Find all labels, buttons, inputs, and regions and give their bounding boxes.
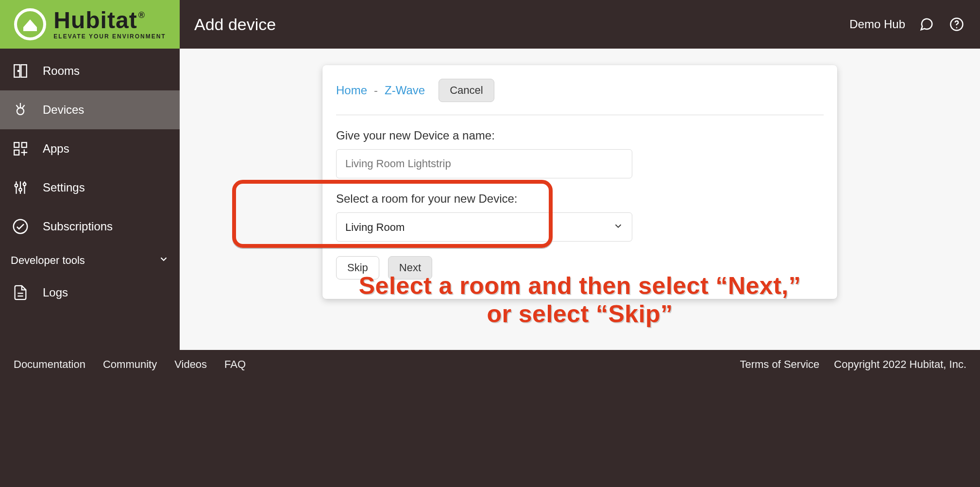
room-select-label: Select a room for your new Device:: [336, 192, 824, 206]
devices-icon: [11, 102, 30, 118]
topbar: Hubitat® ELEVATE YOUR ENVIRONMENT Add de…: [0, 0, 980, 49]
svg-point-21: [14, 220, 27, 233]
breadcrumb-home[interactable]: Home: [336, 84, 367, 97]
brand-tagline: ELEVATE YOUR ENVIRONMENT: [53, 33, 166, 40]
breadcrumb-sep: -: [374, 84, 378, 97]
sidebar-item-label: Apps: [43, 142, 69, 156]
svg-point-2: [956, 27, 958, 29]
footer-link-videos[interactable]: Videos: [174, 358, 207, 371]
svg-rect-12: [14, 150, 19, 155]
svg-line-8: [17, 105, 18, 108]
divider: [336, 115, 824, 115]
logo-icon: [14, 8, 47, 41]
svg-rect-4: [21, 65, 26, 77]
chat-icon[interactable]: [918, 16, 935, 33]
footer-link-documentation[interactable]: Documentation: [14, 358, 85, 371]
svg-rect-10: [14, 142, 19, 147]
annotation-text: Select a room and then select “Next,” or…: [359, 272, 801, 328]
svg-point-20: [23, 183, 26, 186]
sidebar-item-label: Rooms: [43, 64, 80, 78]
sidebar-item-devices[interactable]: Devices: [0, 90, 180, 129]
breadcrumb: Home - Z-Wave Cancel: [336, 79, 824, 102]
settings-icon: [11, 179, 30, 196]
brand-name: Hubitat®: [53, 9, 144, 32]
svg-point-19: [19, 188, 22, 191]
sidebar-item-label: Devices: [43, 103, 84, 117]
footer-link-faq[interactable]: FAQ: [224, 358, 246, 371]
sidebar-item-logs[interactable]: Logs: [0, 275, 180, 310]
sidebar-item-apps[interactable]: Apps: [0, 129, 180, 168]
svg-point-5: [18, 70, 19, 71]
sidebar-item-label: Logs: [43, 286, 68, 299]
device-name-label: Give your new Device a name:: [336, 129, 824, 142]
breadcrumb-zwave[interactable]: Z-Wave: [385, 84, 425, 97]
device-name-input[interactable]: [336, 149, 632, 178]
svg-point-18: [15, 184, 18, 187]
sidebar: Rooms Devices Apps Settings: [0, 49, 180, 350]
sidebar-item-rooms[interactable]: Rooms: [0, 52, 180, 90]
sidebar-item-settings[interactable]: Settings: [0, 168, 180, 207]
help-icon[interactable]: [948, 16, 965, 33]
footer-copyright: Copyright 2022 Hubitat, Inc.: [834, 358, 966, 371]
apps-icon: [11, 140, 30, 157]
sidebar-group-label: Developer tools: [11, 254, 85, 267]
svg-rect-11: [22, 142, 27, 147]
hub-name[interactable]: Demo Hub: [849, 17, 905, 31]
sidebar-item-label: Subscriptions: [43, 220, 113, 233]
room-select[interactable]: Living Room: [336, 212, 632, 242]
logo[interactable]: Hubitat® ELEVATE YOUR ENVIRONMENT: [0, 0, 180, 49]
sidebar-item-label: Settings: [43, 181, 85, 194]
sidebar-item-subscriptions[interactable]: Subscriptions: [0, 207, 180, 246]
logs-icon: [11, 284, 30, 301]
cancel-button[interactable]: Cancel: [439, 79, 494, 102]
footer-link-tos[interactable]: Terms of Service: [740, 358, 819, 371]
sidebar-group-developer-tools[interactable]: Developer tools: [0, 246, 180, 275]
svg-point-6: [17, 108, 24, 115]
page-title: Add device: [180, 0, 849, 49]
card: Home - Z-Wave Cancel Give your new Devic…: [322, 65, 837, 299]
chevron-down-icon: [158, 254, 169, 267]
subscriptions-icon: [11, 218, 30, 235]
rooms-icon: [11, 63, 30, 79]
footer-link-community[interactable]: Community: [103, 358, 157, 371]
footer: Documentation Community Videos FAQ Terms…: [0, 350, 980, 379]
svg-line-9: [22, 105, 24, 108]
content: Home - Z-Wave Cancel Give your new Devic…: [180, 49, 980, 350]
